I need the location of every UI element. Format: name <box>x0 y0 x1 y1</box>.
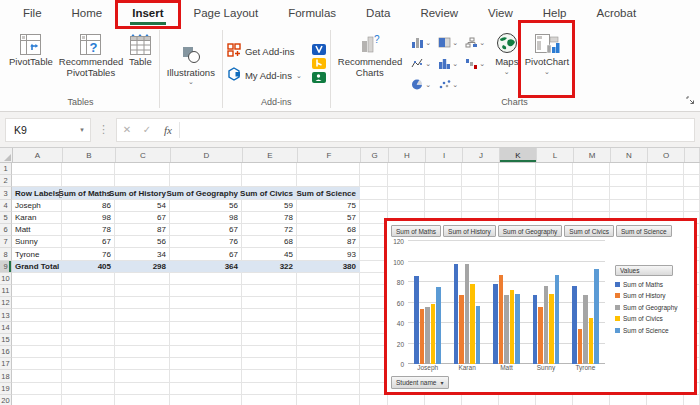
cell-H11[interactable] <box>388 285 425 297</box>
cell-L6[interactable] <box>536 224 573 236</box>
cell-G16[interactable] <box>360 346 388 358</box>
cell-D17[interactable] <box>170 358 242 370</box>
cell-O11[interactable] <box>647 285 684 297</box>
cell-G7[interactable] <box>360 236 388 248</box>
cell-H19[interactable] <box>388 383 425 395</box>
cell-O8[interactable] <box>647 248 684 260</box>
cell-F20[interactable] <box>297 395 360 405</box>
cell-F16[interactable] <box>297 346 360 358</box>
my-addins-button[interactable]: My Add-ins ⌄ <box>227 66 302 84</box>
recommended-charts-button[interactable]: ? Recommended Charts <box>335 29 405 97</box>
row-header-7[interactable]: 7 <box>0 236 12 248</box>
tab-insert[interactable]: Insert <box>117 0 178 27</box>
cell-M4[interactable] <box>573 200 610 212</box>
cell-K1[interactable] <box>499 163 536 175</box>
cell-H14[interactable] <box>388 322 425 334</box>
pivotchart-button[interactable]: PivotChart ⌄ <box>522 29 572 76</box>
cell-L18[interactable] <box>536 370 573 382</box>
cell-D1[interactable] <box>170 163 242 175</box>
cell-J15[interactable] <box>462 334 499 346</box>
cell-E6[interactable]: 72 <box>242 224 297 236</box>
cell-H20[interactable] <box>388 395 425 405</box>
cell-N6[interactable] <box>610 224 647 236</box>
cell-C3[interactable]: Sum of History <box>115 187 170 199</box>
cell-O2[interactable] <box>647 175 684 187</box>
cell-E9[interactable]: 322 <box>242 261 297 273</box>
cell-N19[interactable] <box>610 383 647 395</box>
cell-H13[interactable] <box>388 309 425 321</box>
charts-dialog-launcher[interactable] <box>686 91 695 109</box>
cell-G1[interactable] <box>360 163 388 175</box>
column-header-J[interactable]: J <box>463 148 500 162</box>
cell-M12[interactable] <box>573 297 610 309</box>
cell-C4[interactable]: 54 <box>115 200 170 212</box>
cell-N1[interactable] <box>610 163 647 175</box>
row-header-17[interactable]: 17 <box>0 358 12 370</box>
cell-G19[interactable] <box>360 383 388 395</box>
cell-B17[interactable] <box>62 358 115 370</box>
tab-review[interactable]: Review <box>405 0 473 27</box>
hierarchy-chart-button[interactable]: ⌄ <box>462 32 489 53</box>
row-header-19[interactable]: 19 <box>0 383 12 395</box>
cell-I14[interactable] <box>425 322 462 334</box>
cell-J7[interactable] <box>462 236 499 248</box>
column-header-L[interactable]: L <box>537 148 574 162</box>
cell-C14[interactable] <box>115 322 170 334</box>
cell-F17[interactable] <box>297 358 360 370</box>
cell-J16[interactable] <box>462 346 499 358</box>
cell-D14[interactable] <box>170 322 242 334</box>
cell-M8[interactable] <box>573 248 610 260</box>
cell-F14[interactable] <box>297 322 360 334</box>
cell-N18[interactable] <box>610 370 647 382</box>
cell-O4[interactable] <box>647 200 684 212</box>
cell-B8[interactable]: 76 <box>62 248 115 260</box>
cell-K12[interactable] <box>499 297 536 309</box>
select-all-corner[interactable] <box>0 148 13 162</box>
cell-M11[interactable] <box>573 285 610 297</box>
cell-J3[interactable] <box>462 187 499 199</box>
cell-A18[interactable] <box>12 370 62 382</box>
cell-I15[interactable] <box>425 334 462 346</box>
cell-H3[interactable] <box>388 187 425 199</box>
cell-E18[interactable] <box>242 370 297 382</box>
cell-A7[interactable]: Sunny <box>12 236 62 248</box>
cell-J14[interactable] <box>462 322 499 334</box>
cell-F9[interactable]: 380 <box>297 261 360 273</box>
cell-A10[interactable] <box>12 273 62 285</box>
cell-F6[interactable]: 68 <box>297 224 360 236</box>
cell-O5[interactable] <box>647 212 684 224</box>
cell-N9[interactable] <box>610 261 647 273</box>
row-header-12[interactable]: 12 <box>0 297 12 309</box>
cell-K15[interactable] <box>499 334 536 346</box>
cell-H2[interactable] <box>388 175 425 187</box>
tab-acrobat[interactable]: Acrobat <box>581 0 651 27</box>
cell-D10[interactable] <box>170 273 242 285</box>
cell-O19[interactable] <box>647 383 684 395</box>
row-header-3[interactable]: 3 <box>0 187 12 199</box>
row-header-20[interactable]: 20 <box>0 395 12 405</box>
cell-C16[interactable] <box>115 346 170 358</box>
cell-F8[interactable]: 93 <box>297 248 360 260</box>
row-header-18[interactable]: 18 <box>0 370 12 382</box>
cell-H10[interactable] <box>388 273 425 285</box>
row-header-10[interactable]: 10 <box>0 273 12 285</box>
addin-app-icon-blue[interactable] <box>312 44 326 55</box>
cell-H12[interactable] <box>388 297 425 309</box>
cell-D11[interactable] <box>170 285 242 297</box>
cell-C12[interactable] <box>115 297 170 309</box>
cell-K3[interactable] <box>499 187 536 199</box>
cell-D5[interactable]: 98 <box>170 212 242 224</box>
column-header-E[interactable]: E <box>243 148 298 162</box>
cell-F5[interactable]: 57 <box>297 212 360 224</box>
cell-A19[interactable] <box>12 383 62 395</box>
name-box-dropdown-icon[interactable]: ▾ <box>74 126 90 134</box>
cell-A9[interactable]: Grand Total <box>12 261 62 273</box>
scatter-chart-button[interactable]: ⌄ <box>435 74 462 95</box>
cell-A1[interactable] <box>12 163 62 175</box>
cell-M16[interactable] <box>573 346 610 358</box>
cell-I7[interactable] <box>425 236 462 248</box>
cell-E20[interactable] <box>242 395 297 405</box>
cell-N14[interactable] <box>610 322 647 334</box>
cell-O10[interactable] <box>647 273 684 285</box>
cell-F13[interactable] <box>297 309 360 321</box>
